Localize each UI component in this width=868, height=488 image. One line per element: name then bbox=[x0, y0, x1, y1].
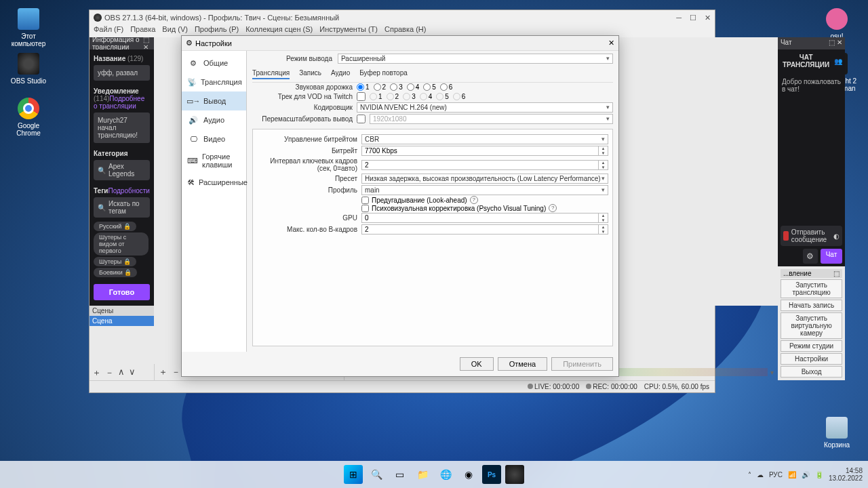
desktop-icon-this-pc[interactable]: Этот компьютер bbox=[7, 8, 50, 47]
volume-icon[interactable]: 🔊 bbox=[802, 471, 810, 479]
psycho-checkbox[interactable] bbox=[361, 205, 369, 212]
scenes-header[interactable]: Сцены bbox=[90, 306, 154, 316]
stream-name-input[interactable]: уфф, развал bbox=[94, 65, 150, 81]
popout-icon[interactable]: ⬚ bbox=[143, 36, 149, 43]
popout-icon[interactable]: ⬚ bbox=[833, 270, 840, 277]
add-source-button[interactable]: ＋ bbox=[159, 366, 167, 378]
track-1-radio[interactable]: 1 bbox=[357, 83, 370, 91]
sidebar-item-advanced[interactable]: 🛠Расширенные bbox=[182, 173, 246, 192]
minimize-button[interactable]: ─ bbox=[676, 14, 682, 22]
output-mode-combo[interactable]: Расширенный bbox=[338, 54, 613, 64]
subtab-record[interactable]: Запись bbox=[299, 69, 321, 79]
sidebar-item-output[interactable]: ▭→Вывод bbox=[182, 92, 246, 110]
sidebar-item-general[interactable]: ⚙Общие bbox=[182, 54, 246, 73]
bitrate-input[interactable]: 7700 Kbps▲▼ bbox=[361, 146, 608, 156]
photoshop-button[interactable]: Ps bbox=[482, 465, 501, 484]
add-scene-button[interactable]: ＋ bbox=[92, 367, 101, 379]
lookahead-checkbox[interactable] bbox=[361, 197, 369, 204]
subtab-audio[interactable]: Аудио bbox=[331, 69, 350, 79]
sidebar-item-video[interactable]: 🖵Видео bbox=[182, 129, 246, 148]
rescale-checkbox[interactable] bbox=[357, 115, 366, 123]
exit-button[interactable]: Выход bbox=[781, 366, 842, 378]
keyint-input[interactable]: 2▲▼ bbox=[361, 160, 608, 170]
start-stream-button[interactable]: Запустить трансляцию bbox=[781, 279, 842, 298]
tray-onedrive-icon[interactable]: ☁ bbox=[757, 471, 764, 479]
studio-mode-button[interactable]: Режим студии bbox=[781, 340, 842, 352]
apply-button[interactable]: Применить bbox=[551, 357, 613, 371]
maximize-button[interactable]: ☐ bbox=[690, 14, 696, 22]
category-search[interactable]: 🔍Apex Legends bbox=[94, 160, 150, 180]
encoder-combo[interactable]: NVIDIA NVENC H.264 (new) bbox=[357, 102, 613, 113]
scene-item[interactable]: Сцена bbox=[90, 316, 154, 326]
chat-input-box[interactable]: Отправить сообщение ◐ bbox=[781, 226, 842, 246]
help-icon[interactable]: ? bbox=[470, 196, 478, 204]
settings-button[interactable]: Настройки bbox=[781, 353, 842, 365]
preset-combo[interactable]: Низкая задержка, высокая производительно… bbox=[361, 174, 608, 184]
search-button[interactable]: 🔍 bbox=[367, 465, 386, 484]
remove-source-button[interactable]: － bbox=[172, 366, 180, 378]
chat-panel-header[interactable]: Чат ⬚ ✕ bbox=[778, 37, 845, 49]
desktop-icon-obs[interactable]: OBS Studio bbox=[7, 53, 50, 85]
start-vcam-button[interactable]: Запустить виртуальную камеру bbox=[781, 312, 842, 339]
subtab-replay[interactable]: Буфер повтора bbox=[359, 69, 408, 79]
vod-track-checkbox[interactable] bbox=[357, 92, 366, 101]
task-view-button[interactable]: ▭ bbox=[390, 465, 409, 484]
tags-search[interactable]: 🔍Искать по тегам bbox=[94, 197, 150, 218]
sidebar-item-hotkeys[interactable]: ⌨Горячие клавиши bbox=[182, 148, 246, 173]
subtab-stream[interactable]: Трансляция bbox=[252, 69, 290, 79]
close-dialog-button[interactable]: ✕ bbox=[608, 39, 614, 47]
start-button[interactable]: ⊞ bbox=[344, 465, 363, 484]
remove-scene-button[interactable]: － bbox=[105, 367, 114, 379]
track-6-radio[interactable]: 6 bbox=[440, 83, 453, 91]
sidebar-item-stream[interactable]: 📡Трансляция bbox=[182, 73, 246, 92]
tag-chip[interactable]: Шутеры с видом от первого bbox=[94, 232, 149, 256]
profile-combo[interactable]: main bbox=[361, 185, 608, 195]
obs-task-button[interactable] bbox=[505, 465, 524, 484]
rate-control-combo[interactable]: CBR bbox=[361, 134, 608, 144]
chat-settings-button[interactable]: ⚙ bbox=[803, 249, 818, 264]
emoji-icon[interactable]: ◐ bbox=[833, 232, 840, 240]
battery-icon[interactable]: 🔋 bbox=[815, 471, 823, 479]
settings-titlebar[interactable]: ⚙Настройки ✕ bbox=[182, 36, 618, 51]
scene-down-button[interactable]: ∨ bbox=[129, 367, 136, 379]
rescale-combo[interactable]: 1920x1080 bbox=[370, 114, 613, 124]
help-icon[interactable]: ? bbox=[549, 204, 557, 212]
scene-up-button[interactable]: ∧ bbox=[118, 367, 125, 379]
start-record-button[interactable]: Начать запись bbox=[781, 300, 842, 311]
track-5-radio[interactable]: 5 bbox=[423, 83, 436, 91]
ok-button[interactable]: OK bbox=[460, 357, 494, 371]
language-indicator[interactable]: РУС bbox=[769, 471, 783, 479]
controls-header[interactable]: ...вление⬚ bbox=[781, 269, 842, 278]
tag-chip[interactable]: Шутеры 🔒 bbox=[94, 257, 136, 266]
tag-chip[interactable]: Русский 🔒 bbox=[94, 222, 136, 231]
close-panel-icon[interactable]: ✕ bbox=[837, 39, 842, 46]
cancel-button[interactable]: Отмена bbox=[498, 357, 547, 371]
desktop-icon-recycle[interactable]: Корзина bbox=[815, 417, 859, 449]
tag-chip[interactable]: Боевики 🔒 bbox=[94, 268, 137, 277]
track-2-radio[interactable]: 2 bbox=[374, 83, 387, 91]
close-button[interactable]: ✕ bbox=[705, 14, 711, 22]
notif-text-input[interactable]: Murych27 начал трансляцию! bbox=[94, 113, 150, 143]
edge-button[interactable]: 🌐 bbox=[436, 465, 455, 484]
taskbar-clock[interactable]: 14:58 13.02.2022 bbox=[829, 467, 863, 482]
chrome-task-button[interactable]: ◉ bbox=[459, 465, 478, 484]
info-panel-header[interactable]: Информация о трансляции ⬚ ✕ bbox=[90, 37, 154, 49]
popout-icon[interactable]: ⬚ bbox=[829, 39, 835, 46]
vod-1-radio[interactable]: 1 bbox=[370, 93, 382, 100]
ready-button[interactable]: Готово bbox=[94, 284, 150, 300]
explorer-button[interactable]: 📁 bbox=[413, 465, 432, 484]
tray-chevron[interactable]: ˄ bbox=[748, 471, 751, 479]
chat-send-button[interactable]: Чат bbox=[821, 249, 843, 264]
bframes-input[interactable]: 2▲▼ bbox=[361, 224, 608, 235]
gpu-input[interactable]: 0▲▼ bbox=[361, 213, 608, 223]
wifi-icon[interactable]: 📶 bbox=[788, 471, 796, 479]
tags-details-link[interactable]: Подробности bbox=[108, 187, 149, 195]
mixer-dropdown[interactable]: ▾ bbox=[770, 369, 778, 376]
sidebar-item-audio[interactable]: 🔊Аудио bbox=[182, 110, 246, 129]
people-icon[interactable]: 👥 bbox=[834, 58, 842, 65]
track-4-radio[interactable]: 4 bbox=[407, 83, 420, 91]
desktop-icon-osu[interactable]: osu! bbox=[815, 8, 859, 40]
obs-titlebar[interactable]: OBS 27.1.3 (64-bit, windows) - Профиль: … bbox=[90, 10, 715, 25]
desktop-icon-chrome[interactable]: Google Chrome bbox=[7, 98, 50, 137]
track-3-radio[interactable]: 3 bbox=[390, 83, 403, 91]
